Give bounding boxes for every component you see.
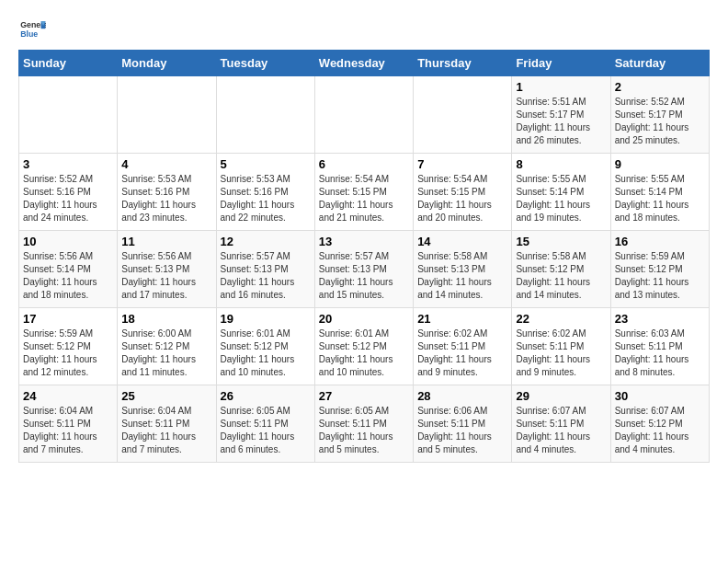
weekday-header: Tuesday [216, 51, 314, 76]
day-detail: Sunrise: 6:01 AM Sunset: 5:12 PM Dayligh… [319, 327, 409, 379]
day-detail: Sunrise: 5:52 AM Sunset: 5:17 PM Dayligh… [615, 96, 705, 147]
calendar-cell: 15Sunrise: 5:58 AM Sunset: 5:12 PM Dayli… [512, 231, 610, 308]
day-detail: Sunrise: 5:58 AM Sunset: 5:13 PM Dayligh… [417, 250, 507, 302]
day-number: 13 [319, 235, 409, 248]
calendar-cell: 16Sunrise: 5:59 AM Sunset: 5:12 PM Dayli… [610, 231, 709, 308]
day-detail: Sunrise: 5:57 AM Sunset: 5:13 PM Dayligh… [319, 250, 409, 302]
weekday-header: Sunday [19, 51, 118, 76]
svg-text:Blue: Blue [20, 29, 38, 39]
day-number: 17 [23, 312, 113, 326]
day-number: 11 [121, 235, 211, 248]
calendar-cell: 12Sunrise: 5:57 AM Sunset: 5:13 PM Dayli… [216, 231, 314, 308]
day-number: 10 [23, 235, 113, 248]
day-detail: Sunrise: 5:52 AM Sunset: 5:16 PM Dayligh… [23, 173, 113, 224]
calendar-cell: 6Sunrise: 5:54 AM Sunset: 5:15 PM Daylig… [314, 154, 413, 231]
calendar-cell: 30Sunrise: 6:07 AM Sunset: 5:12 PM Dayli… [610, 385, 709, 463]
weekday-header: Wednesday [314, 51, 413, 76]
calendar-cell: 4Sunrise: 5:53 AM Sunset: 5:16 PM Daylig… [118, 154, 216, 231]
logo: General Blue [18, 18, 46, 40]
day-detail: Sunrise: 5:55 AM Sunset: 5:14 PM Dayligh… [516, 173, 606, 224]
day-number: 2 [615, 80, 705, 94]
calendar-cell: 28Sunrise: 6:06 AM Sunset: 5:11 PM Dayli… [414, 385, 512, 463]
calendar-cell: 5Sunrise: 5:53 AM Sunset: 5:16 PM Daylig… [216, 154, 314, 231]
calendar-cell: 3Sunrise: 5:52 AM Sunset: 5:16 PM Daylig… [19, 154, 118, 231]
day-number: 26 [221, 389, 311, 403]
day-number: 25 [121, 389, 211, 403]
calendar-cell [19, 76, 118, 154]
day-number: 9 [615, 157, 705, 171]
day-detail: Sunrise: 6:06 AM Sunset: 5:11 PM Dayligh… [417, 405, 507, 456]
day-number: 20 [319, 312, 409, 326]
day-detail: Sunrise: 5:56 AM Sunset: 5:14 PM Dayligh… [23, 250, 113, 302]
calendar-cell [118, 76, 216, 154]
weekday-header-row: SundayMondayTuesdayWednesdayThursdayFrid… [19, 51, 710, 76]
calendar-cell: 11Sunrise: 5:56 AM Sunset: 5:13 PM Dayli… [118, 231, 216, 308]
day-detail: Sunrise: 6:02 AM Sunset: 5:11 PM Dayligh… [417, 327, 507, 379]
calendar-cell: 27Sunrise: 6:05 AM Sunset: 5:11 PM Dayli… [314, 385, 413, 463]
day-number: 6 [319, 157, 409, 171]
day-number: 4 [121, 157, 211, 171]
day-detail: Sunrise: 5:53 AM Sunset: 5:16 PM Dayligh… [221, 173, 311, 224]
calendar-cell: 8Sunrise: 5:55 AM Sunset: 5:14 PM Daylig… [512, 154, 610, 231]
calendar-cell [414, 76, 512, 154]
calendar-cell: 1Sunrise: 5:51 AM Sunset: 5:17 PM Daylig… [512, 76, 610, 154]
weekday-header: Monday [118, 51, 216, 76]
day-detail: Sunrise: 6:02 AM Sunset: 5:11 PM Dayligh… [516, 327, 606, 379]
day-detail: Sunrise: 5:53 AM Sunset: 5:16 PM Dayligh… [121, 173, 211, 224]
day-number: 12 [221, 235, 311, 248]
day-number: 5 [221, 157, 311, 171]
day-detail: Sunrise: 6:05 AM Sunset: 5:11 PM Dayligh… [221, 405, 311, 456]
day-number: 24 [23, 389, 113, 403]
day-number: 21 [417, 312, 507, 326]
day-number: 8 [516, 157, 606, 171]
calendar-week-row: 1Sunrise: 5:51 AM Sunset: 5:17 PM Daylig… [19, 76, 710, 154]
day-number: 14 [417, 235, 507, 248]
calendar-cell [216, 76, 314, 154]
day-detail: Sunrise: 5:59 AM Sunset: 5:12 PM Dayligh… [23, 327, 113, 379]
day-number: 29 [516, 389, 606, 403]
calendar-cell: 9Sunrise: 5:55 AM Sunset: 5:14 PM Daylig… [610, 154, 709, 231]
calendar-week-row: 3Sunrise: 5:52 AM Sunset: 5:16 PM Daylig… [19, 154, 710, 231]
day-number: 28 [417, 389, 507, 403]
day-number: 3 [23, 157, 113, 171]
day-detail: Sunrise: 6:01 AM Sunset: 5:12 PM Dayligh… [221, 327, 311, 379]
day-detail: Sunrise: 5:55 AM Sunset: 5:14 PM Dayligh… [615, 173, 705, 224]
calendar-cell: 2Sunrise: 5:52 AM Sunset: 5:17 PM Daylig… [610, 76, 709, 154]
calendar-week-row: 24Sunrise: 6:04 AM Sunset: 5:11 PM Dayli… [19, 385, 710, 463]
weekday-header: Saturday [610, 51, 709, 76]
day-detail: Sunrise: 5:58 AM Sunset: 5:12 PM Dayligh… [516, 250, 606, 302]
calendar-cell: 13Sunrise: 5:57 AM Sunset: 5:13 PM Dayli… [314, 231, 413, 308]
calendar-cell: 21Sunrise: 6:02 AM Sunset: 5:11 PM Dayli… [414, 308, 512, 385]
calendar-cell: 20Sunrise: 6:01 AM Sunset: 5:12 PM Dayli… [314, 308, 413, 385]
calendar-table: SundayMondayTuesdayWednesdayThursdayFrid… [18, 50, 710, 463]
day-number: 15 [516, 235, 606, 248]
calendar-cell: 29Sunrise: 6:07 AM Sunset: 5:11 PM Dayli… [512, 385, 610, 463]
weekday-header: Thursday [414, 51, 512, 76]
day-detail: Sunrise: 5:56 AM Sunset: 5:13 PM Dayligh… [121, 250, 211, 302]
day-number: 1 [516, 80, 606, 94]
day-number: 30 [615, 389, 705, 403]
day-number: 16 [615, 235, 705, 248]
day-detail: Sunrise: 6:03 AM Sunset: 5:11 PM Dayligh… [615, 327, 705, 379]
day-detail: Sunrise: 6:04 AM Sunset: 5:11 PM Dayligh… [121, 405, 211, 456]
day-number: 19 [221, 312, 311, 326]
day-number: 7 [417, 157, 507, 171]
calendar-cell: 22Sunrise: 6:02 AM Sunset: 5:11 PM Dayli… [512, 308, 610, 385]
calendar-week-row: 10Sunrise: 5:56 AM Sunset: 5:14 PM Dayli… [19, 231, 710, 308]
page-header: General Blue [18, 18, 710, 40]
calendar-cell: 10Sunrise: 5:56 AM Sunset: 5:14 PM Dayli… [19, 231, 118, 308]
day-detail: Sunrise: 5:59 AM Sunset: 5:12 PM Dayligh… [615, 250, 705, 302]
day-number: 27 [319, 389, 409, 403]
day-detail: Sunrise: 6:05 AM Sunset: 5:11 PM Dayligh… [319, 405, 409, 456]
day-detail: Sunrise: 6:00 AM Sunset: 5:12 PM Dayligh… [121, 327, 211, 379]
day-number: 23 [615, 312, 705, 326]
day-detail: Sunrise: 5:54 AM Sunset: 5:15 PM Dayligh… [319, 173, 409, 224]
calendar-cell: 24Sunrise: 6:04 AM Sunset: 5:11 PM Dayli… [19, 385, 118, 463]
calendar-cell: 26Sunrise: 6:05 AM Sunset: 5:11 PM Dayli… [216, 385, 314, 463]
calendar-cell: 23Sunrise: 6:03 AM Sunset: 5:11 PM Dayli… [610, 308, 709, 385]
calendar-cell [314, 76, 413, 154]
calendar-cell: 14Sunrise: 5:58 AM Sunset: 5:13 PM Dayli… [414, 231, 512, 308]
calendar-cell: 17Sunrise: 5:59 AM Sunset: 5:12 PM Dayli… [19, 308, 118, 385]
calendar-cell: 18Sunrise: 6:00 AM Sunset: 5:12 PM Dayli… [118, 308, 216, 385]
day-detail: Sunrise: 6:07 AM Sunset: 5:12 PM Dayligh… [615, 405, 705, 456]
